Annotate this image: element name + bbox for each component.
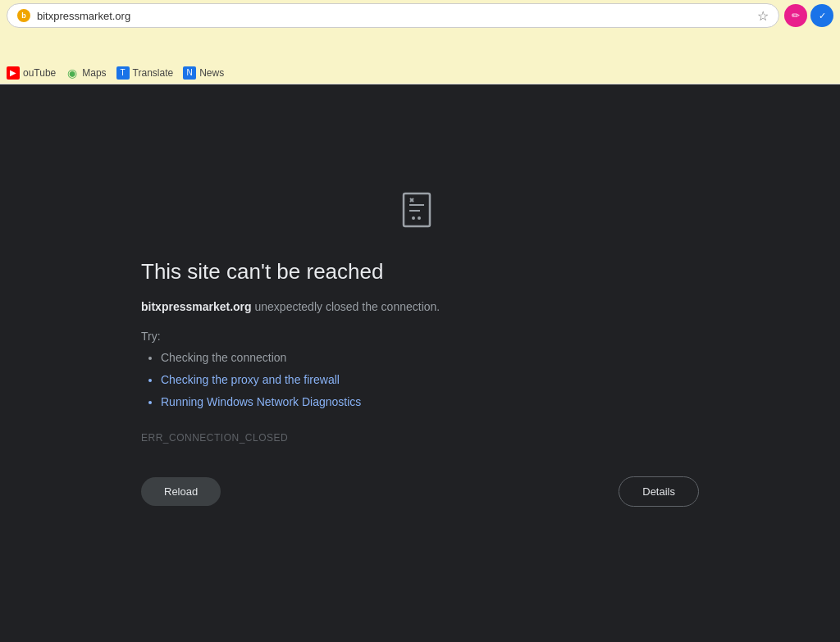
bookmark-maps-label: Maps [82, 67, 106, 79]
error-title: This site can't be reached [141, 259, 383, 285]
bookmark-youtube-label: ouTube [23, 67, 56, 79]
browser-chrome: b bitxpressmarket.org ☆ ✏ ✓ [0, 0, 840, 61]
page-content: This site can't be reached bitxpressmark… [0, 84, 840, 642]
maps-icon: ◉ [66, 66, 79, 80]
suggestion-network-diagnostics[interactable]: Running Windows Network Diagnostics [161, 394, 361, 411]
svg-point-4 [418, 216, 421, 220]
reload-button[interactable]: Reload [141, 477, 221, 506]
address-text: bitxpressmarket.org [37, 10, 751, 22]
bookmark-news-label: News [199, 67, 224, 79]
suggestions-list: Checking the connection Checking the pro… [141, 349, 361, 416]
pen-extension-button[interactable]: ✏ [784, 4, 807, 27]
suggestion-proxy-firewall[interactable]: Checking the proxy and the firewall [161, 371, 361, 389]
check-extension-button[interactable]: ✓ [810, 4, 833, 27]
svg-point-3 [412, 216, 415, 220]
error-container: This site can't be reached bitxpressmark… [141, 187, 699, 506]
details-button[interactable]: Details [619, 476, 699, 507]
error-code: ERR_CONNECTION_CLOSED [141, 432, 288, 444]
error-icon [395, 187, 445, 239]
address-bar-row: b bitxpressmarket.org ☆ ✏ ✓ [0, 0, 840, 31]
bookmark-translate-label: Translate [133, 67, 174, 79]
bookmark-news[interactable]: N News [183, 66, 224, 80]
bookmark-maps[interactable]: ◉ Maps [66, 66, 106, 80]
toolbar-icons: ✏ ✓ [784, 4, 833, 27]
address-bar[interactable]: b bitxpressmarket.org ☆ [7, 3, 779, 28]
buttons-row: Reload Details [141, 476, 699, 507]
bookmark-star-icon[interactable]: ☆ [757, 8, 769, 24]
site-favicon: b [17, 9, 30, 22]
try-label: Try: [141, 330, 161, 343]
error-description: bitxpressmarket.org unexpectedly closed … [141, 298, 440, 316]
translate-icon: T [116, 66, 130, 80]
bookmarks-bar: ▶ ouTube ◉ Maps T Translate N News [0, 61, 840, 84]
suggestion-checking-connection: Checking the connection [161, 349, 361, 367]
bookmark-translate[interactable]: T Translate [116, 66, 174, 80]
error-domain: bitxpressmarket.org [141, 300, 252, 313]
error-description-rest: unexpectedly closed the connection. [252, 300, 441, 313]
news-icon: N [183, 66, 196, 80]
youtube-icon: ▶ [7, 66, 20, 80]
bookmark-youtube[interactable]: ▶ ouTube [7, 66, 56, 80]
